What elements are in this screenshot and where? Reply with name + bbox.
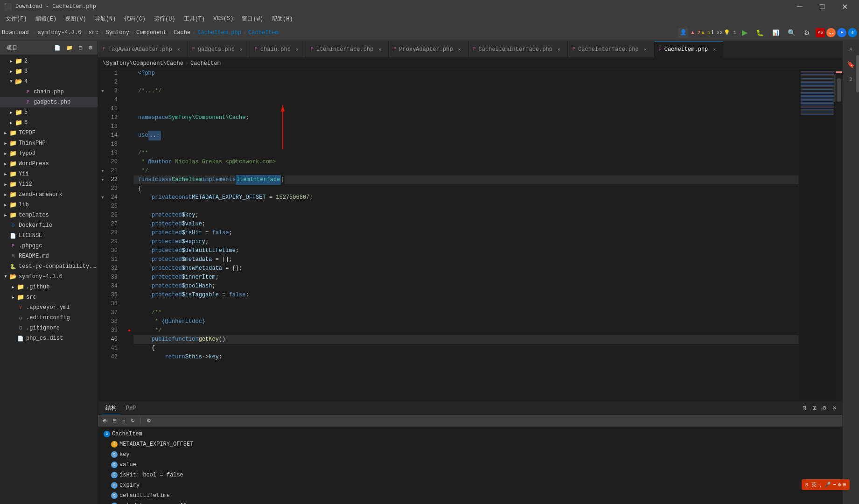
menu-tools[interactable]: 工具(T) (180, 14, 209, 24)
tree-item-lib[interactable]: ▶ 📁 lib (0, 200, 98, 210)
close-button[interactable]: ✕ (834, 0, 855, 13)
ime-mic-icon[interactable]: 🎤 (824, 482, 831, 488)
menu-vcs[interactable]: VCS(S) (210, 14, 237, 23)
bottom-close-btn[interactable]: ✕ (831, 404, 838, 412)
right-sidebar-btn2[interactable]: 🔖 (845, 58, 858, 71)
code-editor[interactable]: \Symfony\Component\Cache › CacheItem ▼ (98, 58, 842, 401)
fold-3[interactable]: ▼ (101, 89, 104, 94)
tab-tagaware[interactable]: P TagAwareAdapter.php ✕ (98, 41, 188, 57)
right-scrollbar[interactable] (836, 69, 842, 401)
breadcrumb-namespace[interactable]: \Symfony\Component\Cache (103, 60, 183, 67)
ime-settings-icon[interactable]: ⚙ (838, 482, 841, 488)
tree-item-license[interactable]: 📄 LICENSE (0, 231, 98, 241)
sidebar-new-file-btn[interactable]: 📄 (52, 44, 63, 52)
tree-item-folder-6[interactable]: ▶ 📁 6 (0, 118, 98, 128)
structure-item-ishit[interactable]: t isHit: bool = false (102, 470, 838, 480)
breadcrumb-class[interactable]: CacheItem (190, 60, 221, 67)
menu-help[interactable]: 帮助(H) (268, 14, 297, 24)
profile-button[interactable]: 📊 (769, 26, 782, 39)
fold-14[interactable]: ▼ (101, 169, 104, 174)
maximize-button[interactable]: □ (811, 0, 833, 13)
tab-iteminterface[interactable]: P ItemInterface.php ✕ (306, 41, 389, 57)
menu-edit[interactable]: 编辑(E) (32, 14, 61, 24)
run-button[interactable]: ▶ (739, 26, 750, 39)
bottom-tab-php[interactable]: PHP (122, 403, 140, 413)
tree-item-folder-2[interactable]: ▶ 📁 2 (0, 56, 98, 66)
tree-item-folder-4[interactable]: ▼ 📂 4 (0, 77, 98, 87)
tree-item-symfony[interactable]: ▼ 📂 symfony-4.3.6 (0, 272, 98, 282)
tree-item-thinkphp[interactable]: ▶ 📁 ThinkPHP (0, 138, 98, 148)
tab-cacheitem-close[interactable]: ✕ (711, 46, 718, 53)
tab-cacheitem[interactable]: P CacheItem.php ✕ (654, 41, 724, 57)
tab-gadgets-close[interactable]: ✕ (237, 46, 245, 53)
bottom-content[interactable]: c CacheItem f METADATA_EXPIRY_OFFSET t k… (98, 427, 842, 504)
code-lines[interactable]: <?php /*...*/ namespace Symfony\Componen… (133, 69, 798, 401)
toolbar-cacheitem-label[interactable]: CacheItem.php (197, 29, 241, 36)
right-sidebar-btn1[interactable]: A (845, 43, 858, 56)
tree-item-readme[interactable]: M README.md (0, 251, 98, 261)
tree-item-github[interactable]: ▶ 📁 .github (0, 282, 98, 292)
tab-chain[interactable]: P chain.php ✕ (250, 41, 306, 57)
tree-item-appveyor[interactable]: Y .appveyor.yml (0, 302, 98, 313)
menu-file[interactable]: 文件(F) (2, 14, 31, 24)
tree-item-folder-5[interactable]: ▶ 📁 5 (0, 107, 98, 118)
tree-item-yii2[interactable]: ▶ 📁 Yii2 (0, 179, 98, 189)
menu-window[interactable]: 窗口(W) (238, 14, 267, 24)
structure-item-cacheitem-class[interactable]: c CacheItem (102, 429, 838, 439)
bottom-toolbar-btn2[interactable]: ⊟ (111, 417, 119, 425)
tree-item-phpcs[interactable]: 📄 php_cs.dist (0, 333, 98, 343)
right-sidebar-btn3[interactable]: B (845, 73, 858, 86)
tab-chain-close[interactable]: ✕ (293, 46, 301, 53)
bottom-expand-btn[interactable]: ⊞ (810, 404, 818, 412)
sidebar-new-folder-btn[interactable]: 📁 (64, 44, 75, 52)
structure-item-value[interactable]: t value (102, 460, 838, 470)
minimize-button[interactable]: ─ (789, 0, 810, 13)
menu-nav[interactable]: 导航(N) (91, 14, 120, 24)
structure-item-metadata-const[interactable]: f METADATA_EXPIRY_OFFSET (102, 439, 838, 449)
bottom-toolbar-btn1[interactable]: ⊕ (101, 417, 109, 425)
tree-item-testgc[interactable]: 🐍 test-gc-compatibility.py (0, 261, 98, 272)
structure-item-key[interactable]: t key (102, 449, 838, 460)
tab-iteminterface-close[interactable]: ✕ (376, 46, 384, 53)
tree-item-src[interactable]: ▶ 📁 src (0, 292, 98, 302)
debug-button[interactable]: 🐛 (753, 26, 767, 39)
menu-view[interactable]: 视图(V) (61, 14, 90, 24)
tab-cacheinterface-close[interactable]: ✕ (642, 46, 649, 53)
settings-btn[interactable]: ⚙ (801, 26, 813, 39)
bottom-toolbar-filter[interactable]: ⚙ (145, 417, 153, 425)
structure-item-metadata[interactable]: t metadata: array = [] (102, 501, 838, 504)
scrollbar-thumb[interactable] (837, 78, 841, 102)
tree-item-templates[interactable]: ▶ 📁 templates (0, 210, 98, 220)
ime-toolbar[interactable]: S 英·, 🎤 ⬅ ⚙ ⊞ (802, 479, 850, 490)
tab-cacheinterface[interactable]: P CacheInterface.php ✕ (568, 41, 654, 57)
tree-item-tcpdf[interactable]: ▶ 📁 TCPDF (0, 128, 98, 138)
ime-back-icon[interactable]: ⬅ (833, 482, 836, 488)
tree-item-zend[interactable]: ▶ 📁 ZendFramework (0, 189, 98, 200)
tab-gadgets[interactable]: P gadgets.php ✕ (188, 41, 250, 57)
tree-item-folder-3[interactable]: ▶ 📁 3 (0, 66, 98, 77)
tab-tagaware-close[interactable]: ✕ (175, 46, 182, 53)
structure-item-expiry[interactable]: t expiry (102, 480, 838, 490)
tree-item-yii[interactable]: ▶ 📁 Yii (0, 169, 98, 179)
fold-22[interactable]: ▼ (101, 196, 104, 200)
tree-item-typo3[interactable]: ▶ 📁 Typo3 (0, 148, 98, 159)
bottom-tab-structure[interactable]: 结构 (102, 402, 120, 414)
sidebar-tree[interactable]: ▶ 📁 2 ▶ 📁 3 ▼ 📂 4 P chain.php P (0, 55, 98, 504)
tab-proxyadapter-close[interactable]: ✕ (456, 46, 463, 53)
tab-cacheiteminterface-close[interactable]: ✕ (555, 46, 563, 53)
menu-code[interactable]: 代码(C) (120, 14, 149, 24)
fold-19[interactable]: ▼ (101, 178, 104, 182)
tab-cacheiteminterface[interactable]: P CacheItemInterface.php ✕ (468, 41, 568, 57)
bottom-settings-btn[interactable]: ⚙ (820, 404, 829, 412)
menu-run[interactable]: 运行(U) (150, 14, 179, 24)
tree-item-dockerfile[interactable]: D Dockerfile (0, 220, 98, 231)
ime-extra-icon[interactable]: ⊞ (843, 482, 846, 488)
sidebar-collapse-btn[interactable]: ⊟ (77, 44, 84, 52)
tree-item-gitignore[interactable]: G .gitignore (0, 323, 98, 333)
bottom-toolbar-btn4[interactable]: ↻ (129, 417, 137, 425)
structure-item-defaultlifetime[interactable]: t defaultLifetime (102, 490, 838, 501)
tab-proxyadapter[interactable]: P ProxyAdapter.php ✕ (389, 41, 468, 57)
tree-item-gadgets[interactable]: P gadgets.php (0, 97, 98, 107)
debug-breakpoint[interactable]: ● (128, 328, 131, 333)
tree-item-phpggc[interactable]: P .phpggc (0, 241, 98, 251)
